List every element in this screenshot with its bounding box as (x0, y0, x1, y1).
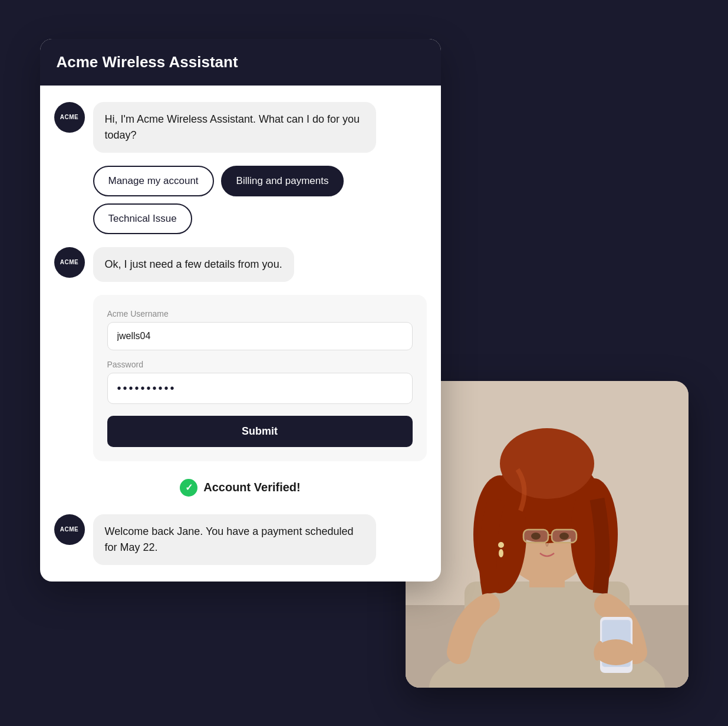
svg-point-18 (498, 542, 504, 548)
billing-payments-button[interactable]: Billing and payments (221, 166, 344, 196)
password-label: Password (107, 360, 413, 369)
svg-point-10 (500, 428, 594, 499)
bot-avatar-greeting: ACME (54, 102, 85, 133)
username-label: Acme Username (107, 309, 413, 318)
woman-photo (406, 381, 689, 688)
verified-text: Account Verified! (203, 481, 300, 494)
details-row: ACME Ok, I just need a few details from … (54, 247, 427, 282)
welcome-bubble: Welcome back Jane. You have a payment sc… (93, 514, 376, 565)
chat-title: Acme Wireless Assistant (57, 53, 424, 71)
bot-avatar-welcome: ACME (54, 514, 85, 545)
scene: Acme Wireless Assistant ACME Hi, I'm Acm… (40, 39, 689, 688)
submit-button[interactable]: Submit (107, 416, 413, 447)
login-form-card: Acme Username Password Submit (93, 295, 427, 461)
verified-check-icon: ✓ (180, 479, 197, 497)
username-field: Acme Username (107, 309, 413, 350)
greeting-bubble: Hi, I'm Acme Wireless Assistant. What ca… (93, 102, 376, 153)
details-bubble: Ok, I just need a few details from you. (93, 247, 294, 282)
svg-point-19 (499, 549, 503, 557)
manage-account-button[interactable]: Manage my account (93, 166, 214, 196)
technical-issue-button[interactable]: Technical Issue (93, 203, 192, 234)
woman-illustration (406, 381, 689, 688)
chat-widget: Acme Wireless Assistant ACME Hi, I'm Acm… (40, 39, 441, 582)
chat-body: ACME Hi, I'm Acme Wireless Assistant. Wh… (40, 86, 441, 582)
bot-avatar-details: ACME (54, 247, 85, 278)
verified-row: ✓ Account Verified! (54, 474, 427, 501)
welcome-row: ACME Welcome back Jane. You have a payme… (54, 514, 427, 565)
svg-point-17 (559, 533, 569, 540)
password-input[interactable] (107, 373, 413, 404)
svg-point-9 (571, 478, 618, 590)
svg-point-16 (531, 533, 541, 540)
greeting-row: ACME Hi, I'm Acme Wireless Assistant. Wh… (54, 102, 427, 153)
username-input[interactable] (107, 322, 413, 350)
quick-replies: Manage my account Billing and payments T… (54, 166, 427, 234)
chat-header: Acme Wireless Assistant (40, 39, 441, 86)
password-field: Password (107, 360, 413, 404)
